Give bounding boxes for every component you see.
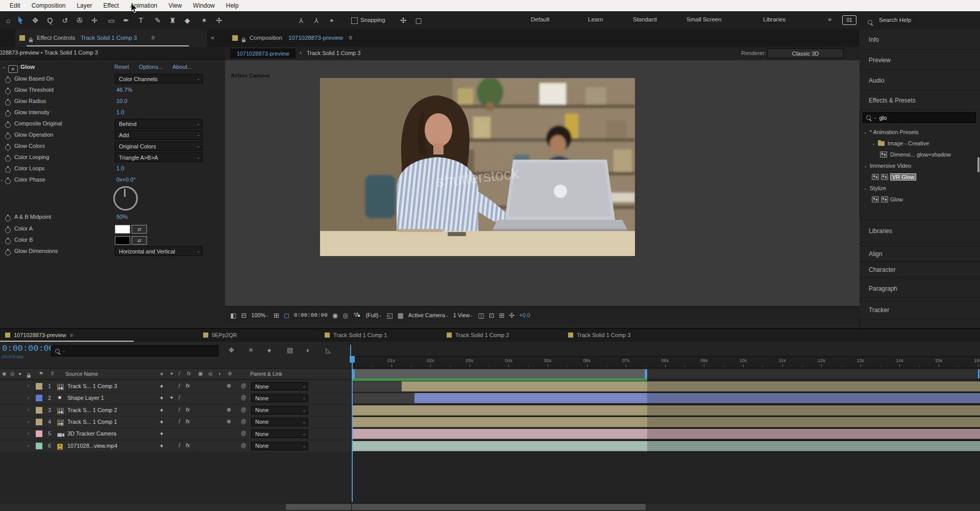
- time-ruler[interactable]: 01s02s03s04s05s06s07s08s09s10s11s12s13s1…: [351, 356, 980, 368]
- panel-tab-character[interactable]: Character: [860, 262, 980, 277]
- panel-tab-preview[interactable]: Preview: [860, 50, 980, 70]
- show-snapshot-icon[interactable]: ◎: [342, 312, 348, 319]
- slash-switch[interactable]: /: [179, 443, 180, 448]
- layer-color-swatch[interactable]: [36, 407, 42, 414]
- expand-icon[interactable]: ›: [28, 407, 29, 413]
- tree-item-animation-presets[interactable]: ⌄* Animation Presets: [860, 126, 980, 138]
- camera-tool[interactable]: ✇: [74, 14, 86, 27]
- pixel-aspect-icon[interactable]: ⊡: [488, 312, 494, 319]
- diamond-switch[interactable]: ✦: [169, 395, 174, 400]
- layer-name[interactable]: Track S... 1 Comp 1: [67, 419, 117, 425]
- spade-switch[interactable]: ♠: [160, 407, 163, 413]
- effects-search-input[interactable]: ⌄glo: [863, 112, 976, 123]
- layer-color-swatch[interactable]: [36, 443, 42, 449]
- puppet-pin-tool[interactable]: ✢: [213, 14, 225, 27]
- layer-row-5[interactable]: ›53D Tracker Camera♠@None⌄: [0, 428, 351, 440]
- stopwatch-icon[interactable]: [5, 98, 11, 108]
- panel-tab-paragraph[interactable]: Paragraph: [860, 279, 980, 298]
- stopwatch-icon[interactable]: [5, 214, 11, 223]
- menu-item-help[interactable]: Help: [220, 0, 244, 11]
- viewer-lock-icon[interactable]: ◧: [230, 312, 236, 319]
- draft-3d-icon[interactable]: ✳: [248, 346, 254, 354]
- grid-guides-icon[interactable]: ⊞: [499, 312, 504, 319]
- workspace-overflow-icon[interactable]: »: [828, 15, 831, 23]
- renderer-button[interactable]: Classic 3D: [767, 48, 844, 58]
- selection-tool[interactable]: [14, 14, 27, 27]
- stopwatch-icon[interactable]: [5, 226, 11, 235]
- shape-tool[interactable]: ▭: [105, 14, 117, 27]
- timeline-tab-track-solid-1-comp-2[interactable]: Track Solid 1 Comp 2: [447, 329, 509, 341]
- property-dropdown[interactable]: Behind⌄: [115, 119, 203, 129]
- parent-select[interactable]: None⌄: [251, 429, 308, 438]
- comp-nav-back-icon[interactable]: ‹: [300, 49, 302, 56]
- switch-column-icon-2[interactable]: /: [179, 371, 180, 376]
- comp-viewer[interactable]: Active Camera: [225, 60, 860, 306]
- cube-switch[interactable]: ⊕: [227, 407, 231, 413]
- timeline-tab-track-solid-1-comp-3[interactable]: Track Solid 1 Comp 3: [568, 329, 630, 341]
- menu-item-view[interactable]: View: [163, 0, 187, 11]
- tree-item-dimensi-glow-shadow[interactable]: Dimensi... glow+shadow: [860, 149, 980, 160]
- camera-select[interactable]: Active Camera⌄: [408, 312, 449, 318]
- layer-row-3[interactable]: ›3Track S... 1 Comp 2♠/fx⊕@None⌄: [0, 405, 351, 417]
- subexpand-icon[interactable]: ⌄: [0, 177, 4, 182]
- layer-row-6[interactable]: ›61071028...view.mp4♠/fx@None⌄: [0, 441, 351, 452]
- stopwatch-icon[interactable]: [5, 237, 11, 246]
- property-dropdown[interactable]: Triangle A>B>A⌄: [115, 152, 203, 162]
- switch-column-icon-6[interactable]: ◐: [218, 371, 222, 376]
- parent-select[interactable]: None⌄: [251, 418, 308, 426]
- spade-switch[interactable]: ♠: [160, 419, 163, 424]
- frame-blend-master-icon[interactable]: ▤: [287, 346, 293, 354]
- stopwatch-icon[interactable]: [5, 177, 11, 186]
- layer-color-swatch[interactable]: [36, 383, 42, 390]
- expand-icon[interactable]: ›: [28, 419, 29, 424]
- tree-item-glow[interactable]: Glow: [860, 194, 980, 205]
- tree-item-image-creative[interactable]: ⌄Image - Creative: [860, 138, 980, 149]
- property-value[interactable]: 46.7%: [116, 87, 132, 93]
- channels-icon[interactable]: [353, 311, 361, 320]
- switch-column-icon-0[interactable]: ♠: [160, 371, 163, 376]
- panel-tab-audio[interactable]: Audio: [860, 70, 980, 91]
- switch-column-icon-4[interactable]: ▣: [198, 371, 203, 376]
- switch-column-icon-7[interactable]: ⊕: [228, 371, 232, 376]
- zoom-level-select[interactable]: 100%⌄: [251, 312, 269, 318]
- panel-menu-icon[interactable]: ≡: [349, 34, 352, 41]
- stopwatch-icon[interactable]: [5, 143, 11, 152]
- expand-icon[interactable]: ›: [28, 395, 29, 400]
- property-dropdown[interactable]: Original Colors⌄: [115, 141, 203, 151]
- eyedropper-box[interactable]: ⇄: [132, 236, 147, 245]
- panel-title[interactable]: Composition: [250, 35, 282, 41]
- expand-icon[interactable]: ›: [28, 430, 29, 436]
- timeline-tab-track-solid-1-comp-1[interactable]: Track Solid 1 Comp 1: [325, 329, 387, 341]
- timeline-hscrollbar-thumb[interactable]: [286, 504, 646, 510]
- panel-title[interactable]: Effect Controls: [37, 35, 75, 41]
- menu-item-composition[interactable]: Composition: [26, 0, 71, 11]
- audio-column-icon[interactable]: ◎: [10, 371, 15, 376]
- layer-row-2[interactable]: ›2★Shape Layer 1♠✦/@None⌄: [0, 393, 351, 404]
- comp-nav-current[interactable]: 1071028873-preview: [230, 48, 296, 58]
- eraser-tool[interactable]: ◆: [181, 14, 193, 27]
- panel-tab-libraries[interactable]: Libraries: [860, 219, 980, 243]
- layer-name[interactable]: Track S... 1 Comp 2: [67, 407, 117, 413]
- timeline-timecode[interactable]: 0:00:00:00: [2, 344, 54, 353]
- slash-switch[interactable]: /: [179, 395, 180, 400]
- switch-column-icon-3[interactable]: fx: [187, 371, 191, 376]
- layer-color-swatch[interactable]: [36, 430, 42, 437]
- search-help-icon[interactable]: [868, 17, 872, 27]
- lock-column-icon[interactable]: [27, 371, 31, 380]
- spade-switch[interactable]: ♠: [160, 430, 163, 436]
- workspace-learn[interactable]: Learn: [588, 16, 603, 22]
- layer-name[interactable]: 1071028...view.mp4: [67, 443, 117, 449]
- slash-switch[interactable]: /: [179, 383, 180, 389]
- layer-name[interactable]: Shape Layer 1: [67, 395, 104, 401]
- pick-whip-icon[interactable]: @: [241, 430, 246, 436]
- exposure-value[interactable]: +0.0: [519, 312, 530, 318]
- tree-item-vr-glow[interactable]: VR Glow: [860, 171, 980, 183]
- motion-blur-master-icon[interactable]: ◐: [306, 346, 310, 354]
- timeline-tab-1071028873-preview[interactable]: 1071028873-preview≡: [5, 329, 73, 341]
- panel-menu-icon[interactable]: ≡: [151, 34, 155, 41]
- pick-whip-icon[interactable]: @: [241, 419, 246, 424]
- panel-tab-tracker[interactable]: Tracker: [860, 301, 980, 319]
- expand-icon[interactable]: ›: [28, 443, 29, 448]
- property-dropdown[interactable]: Horizontal and Vertical⌄: [115, 246, 203, 256]
- solo-column-icon[interactable]: ●: [18, 371, 21, 376]
